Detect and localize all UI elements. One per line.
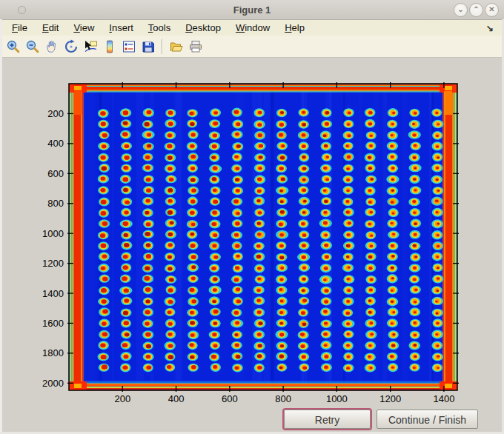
- unshade-button-chevron-up-icon[interactable]: ⌃: [469, 3, 483, 17]
- close-icon[interactable]: ✕: [485, 3, 499, 17]
- figure-toolbar: [0, 36, 504, 58]
- svg-text:1000: 1000: [326, 393, 348, 404]
- colorbar-icon[interactable]: [101, 38, 119, 56]
- figure-plot: 2004006008001000120014002004006008001000…: [0, 59, 504, 407]
- svg-text:800: 800: [275, 393, 291, 404]
- window-title: Figure 1: [0, 4, 504, 16]
- figure-canvas: 2004006008001000120014002004006008001000…: [0, 59, 504, 434]
- svg-text:200: 200: [114, 393, 130, 404]
- dock-figure-arrow-icon[interactable]: ↘: [486, 23, 494, 33]
- legend-icon[interactable]: [120, 38, 138, 56]
- svg-text:200: 200: [47, 108, 64, 119]
- figure-image: [69, 84, 457, 390]
- continue-finish-button[interactable]: Continue / Finish: [377, 410, 478, 429]
- zoom-in-icon[interactable]: [4, 38, 22, 56]
- menu-file[interactable]: File: [4, 21, 35, 35]
- svg-text:600: 600: [47, 168, 64, 179]
- svg-text:600: 600: [222, 393, 238, 404]
- data-cursor-icon[interactable]: [82, 38, 99, 56]
- svg-text:1600: 1600: [42, 318, 64, 329]
- svg-text:400: 400: [168, 393, 185, 404]
- svg-text:400: 400: [47, 138, 64, 149]
- svg-text:1200: 1200: [379, 393, 401, 404]
- open-folder-icon[interactable]: [168, 38, 185, 56]
- pan-hand-icon[interactable]: [43, 38, 61, 56]
- svg-text:1400: 1400: [433, 393, 454, 404]
- title-bar[interactable]: Figure 1 ⌄ ⌃ ✕: [0, 0, 504, 20]
- menu-bar: File Edit View Insert Tools Desktop Wind…: [0, 20, 504, 36]
- print-icon[interactable]: [187, 38, 205, 56]
- menu-desktop[interactable]: Desktop: [178, 21, 228, 35]
- window-menu-icon[interactable]: [18, 6, 26, 14]
- svg-text:1400: 1400: [42, 288, 64, 299]
- svg-text:800: 800: [47, 198, 64, 209]
- figure-window: Figure 1 ⌄ ⌃ ✕ File Edit View Insert Too…: [0, 0, 504, 434]
- svg-text:1800: 1800: [42, 347, 64, 358]
- menu-window[interactable]: Window: [228, 21, 277, 35]
- zoom-out-icon[interactable]: [24, 38, 42, 56]
- window-frame-left: [0, 19, 2, 434]
- toolbar-separator: [162, 39, 163, 54]
- save-icon[interactable]: [139, 38, 157, 56]
- shade-button-chevron-down-icon[interactable]: ⌄: [454, 3, 468, 17]
- menu-tools[interactable]: Tools: [141, 21, 178, 35]
- retry-button[interactable]: Retry: [284, 410, 371, 429]
- menu-edit[interactable]: Edit: [35, 21, 66, 35]
- svg-text:1200: 1200: [42, 258, 64, 269]
- menu-help[interactable]: Help: [277, 21, 312, 35]
- svg-text:1000: 1000: [42, 228, 64, 239]
- menu-insert[interactable]: Insert: [102, 21, 141, 35]
- svg-text:2000: 2000: [42, 378, 64, 389]
- rotate-3d-icon[interactable]: [62, 38, 80, 56]
- menu-view[interactable]: View: [66, 21, 102, 35]
